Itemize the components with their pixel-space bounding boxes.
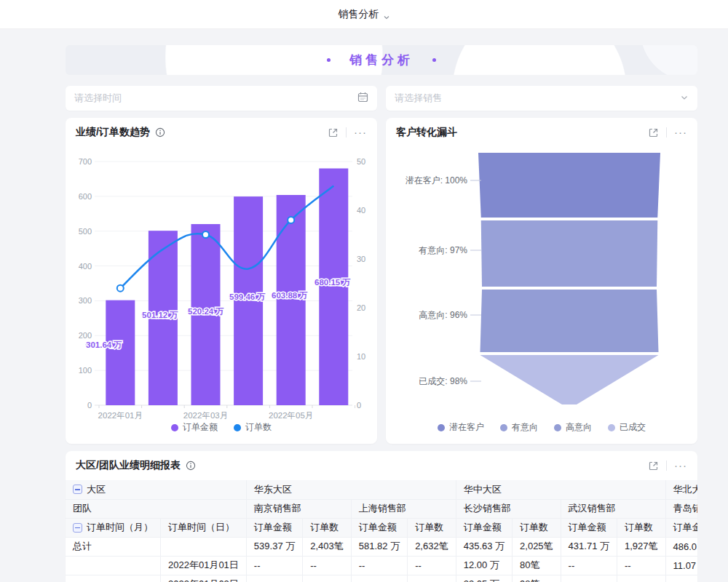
trend-chart-card: 业绩/订单数趋势 ··· 010020030040050060070001020… <box>66 118 377 444</box>
header-cell-order-day: 订单时间（日） <box>161 518 247 537</box>
header-cell-长沙销售部: 长沙销售部 <box>456 499 561 518</box>
y-left-tick-label: 100 <box>79 366 92 375</box>
chevron-down-icon[interactable] <box>383 11 390 18</box>
header-cell-region: 大区 <box>66 480 246 499</box>
cell-value: 1,927笔 <box>617 537 665 556</box>
y-right-tick-label: 30 <box>357 255 365 263</box>
legend-dot <box>608 424 615 431</box>
header-cell-order-month: 订单时间（月） <box>66 518 161 537</box>
expand-icon[interactable] <box>327 127 339 138</box>
legend-dot <box>554 424 561 431</box>
line-point[interactable] <box>117 285 124 292</box>
cell-day: 2022年01月01日 <box>161 556 247 575</box>
header-cell-华东大区: 华东大区 <box>246 480 456 499</box>
table-header-label: 订单时间（月） <box>87 521 153 534</box>
legend-item-高意向[interactable]: 高意向 <box>554 421 592 434</box>
header-cell-上海销售部: 上海销售部 <box>351 499 456 518</box>
table-row-region: 大区华东大区华中大区华北大区 <box>66 480 697 499</box>
legend-label: 潜在客户 <box>449 421 484 434</box>
funnel-segment-高意向[interactable] <box>480 290 659 352</box>
y-left-tick-label: 300 <box>79 296 92 305</box>
table-row: 2022年01月02日22.05 万98笔 <box>66 575 697 582</box>
cell-month <box>66 575 161 582</box>
dashboard-banner: 销售分析 <box>66 45 697 75</box>
y-left-tick-label: 0 <box>87 401 92 410</box>
time-filter-input[interactable]: 请选择时间 <box>66 86 377 111</box>
y-left-tick-label: 700 <box>79 157 92 166</box>
funnel-stage-label: 已成交: 98% <box>419 376 467 386</box>
table-card-title: 大区/团队业绩明细报表 <box>76 459 181 472</box>
legend-item-订单金额[interactable]: 订单金额 <box>171 421 218 434</box>
cell-value: -- <box>303 556 352 575</box>
cell-value: -- <box>408 556 456 575</box>
trend-card-title: 业绩/订单数趋势 <box>76 126 150 139</box>
legend-label: 订单数 <box>245 421 272 434</box>
funnel-chart-card: 客户转化漏斗 ··· 潜在客户: 100%有意向: 97%高意向: 96%已成交… <box>386 118 697 444</box>
legend-item-已成交[interactable]: 已成交 <box>608 421 646 434</box>
header-cell-武汉销售部: 武汉销售部 <box>561 499 665 518</box>
header-cell-订单金额: 订单金额 <box>246 518 302 537</box>
cell-value: -- <box>351 556 407 575</box>
header-cell-订单数: 订单数 <box>408 518 456 537</box>
legend-dot <box>234 424 241 431</box>
info-icon[interactable] <box>154 127 166 138</box>
table-row-team: 团队南京销售部上海销售部长沙销售部武汉销售部青岛销售部 <box>66 499 697 518</box>
sales-filter-placeholder: 请选择销售 <box>395 92 442 105</box>
cell-value: 435.63 万 <box>456 537 512 556</box>
cell-value: 98笔 <box>513 575 561 582</box>
collapse-icon[interactable] <box>73 485 82 494</box>
cell-value <box>665 575 697 582</box>
cell-value <box>246 575 302 582</box>
funnel-segment-已成交[interactable] <box>480 355 659 404</box>
cell-value: 486.0 <box>665 537 697 556</box>
more-icon[interactable]: ··· <box>674 463 687 469</box>
bar-value-label: 520.24 万 <box>188 307 224 316</box>
legend-dot <box>438 424 445 431</box>
header-divider <box>346 127 347 137</box>
more-icon[interactable]: ··· <box>674 129 687 135</box>
legend-item-有意向[interactable]: 有意向 <box>500 421 538 434</box>
chevron-down-icon <box>680 92 689 105</box>
trend-chart-legend: 订单金额订单数 <box>66 421 377 434</box>
legend-dot <box>171 424 178 431</box>
header-cell-订单数: 订单数 <box>513 518 561 537</box>
funnel-chart-canvas[interactable]: 潜在客户: 100%有意向: 97%高意向: 96%已成交: 98% <box>386 147 697 423</box>
funnel-segment-有意向[interactable] <box>481 220 658 287</box>
cell-value: 539.37 万 <box>246 537 302 556</box>
funnel-segment-潜在客户[interactable] <box>478 153 660 218</box>
bar-2022年01月[interactable] <box>106 300 135 405</box>
y-right-tick-label: 50 <box>357 157 365 166</box>
sales-filter-select[interactable]: 请选择销售 <box>386 86 697 111</box>
y-right-tick-label: 40 <box>357 206 365 215</box>
trend-chart-canvas[interactable]: 0100200300400500600700010203040502022年01… <box>66 146 377 426</box>
banner-left-dot <box>327 58 331 62</box>
line-point[interactable] <box>202 231 209 238</box>
y-left-tick-label: 200 <box>79 331 92 340</box>
cell-value: 80笔 <box>513 556 561 575</box>
collapse-icon[interactable] <box>73 523 82 533</box>
y-left-tick-label: 500 <box>79 227 92 236</box>
x-tick-label: 2022年05月 <box>269 411 313 420</box>
header-cell-订单金额: 订单金额 <box>665 518 697 537</box>
more-icon[interactable]: ··· <box>354 129 367 135</box>
expand-icon[interactable] <box>647 460 659 471</box>
cell-value: 2,403笔 <box>303 537 352 556</box>
header-divider <box>666 461 667 471</box>
table-row-metrics: 订单时间（月）订单时间（日）订单金额订单数订单金额订单数订单金额订单数订单金额订… <box>66 518 697 537</box>
line-point[interactable] <box>288 217 294 223</box>
detail-table-card: 大区/团队业绩明细报表 ··· 大区华东大区华中大区华北大区团队南京销售部上海销… <box>66 451 697 582</box>
page-title[interactable]: 销售分析 <box>339 8 379 21</box>
cell-value: 431.71 万 <box>561 537 617 556</box>
funnel-stage-label: 高意向: 96% <box>419 310 467 320</box>
bar-2022年06月[interactable] <box>319 168 348 405</box>
bar-value-label: 680.15 万 <box>314 278 351 287</box>
legend-item-潜在客户[interactable]: 潜在客户 <box>438 421 484 434</box>
legend-item-订单数[interactable]: 订单数 <box>234 421 272 434</box>
funnel-card-title: 客户转化漏斗 <box>396 126 457 139</box>
cell-value: -- <box>246 556 302 575</box>
info-icon[interactable] <box>185 460 197 471</box>
y-left-tick-label: 400 <box>79 262 92 271</box>
cell-value: -- <box>617 556 665 575</box>
bar-2022年05月[interactable] <box>277 195 306 405</box>
expand-icon[interactable] <box>647 127 659 138</box>
